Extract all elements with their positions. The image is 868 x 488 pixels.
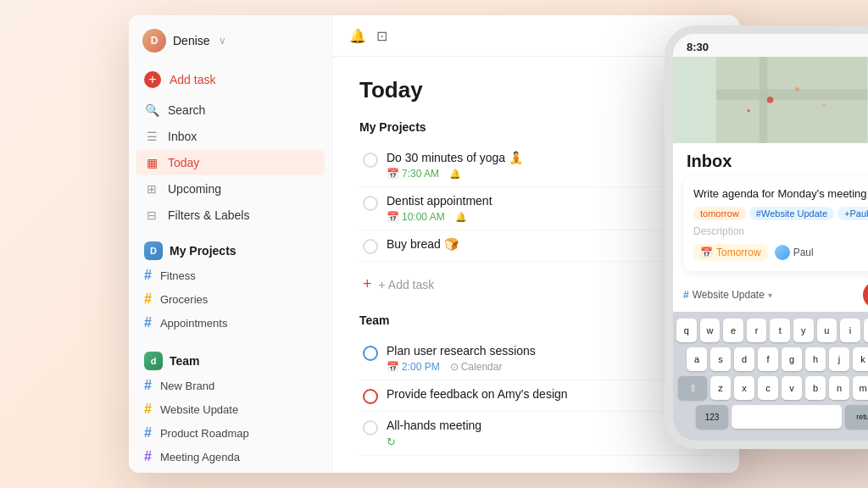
team-section: d Team # New Brand # Website Update # Pr… bbox=[129, 338, 331, 472]
task-checkbox-bread[interactable] bbox=[363, 239, 378, 254]
key-i[interactable]: i bbox=[840, 319, 860, 342]
key-f[interactable]: f bbox=[758, 347, 778, 371]
key-return[interactable]: return bbox=[845, 405, 868, 429]
key-n[interactable]: n bbox=[829, 376, 849, 400]
avatar: D bbox=[142, 29, 166, 53]
key-j[interactable]: j bbox=[829, 347, 849, 371]
task-item-research[interactable]: Plan user research sessions 📅 2:00 PM ⊙ … bbox=[359, 337, 712, 380]
key-r[interactable]: r bbox=[747, 319, 767, 342]
task-content-yoga: Do 30 minutes of yoga 🧘 📅 7:30 AM 🔔 bbox=[387, 151, 709, 180]
hash-icon-meeting-agenda: # bbox=[144, 449, 152, 464]
sidebar-item-label-filters: Filters & Labels bbox=[168, 208, 249, 222]
phone-inbox-title: Inbox bbox=[687, 152, 732, 171]
sidebar-project-product-roadmap[interactable]: # Product Roadmap bbox=[136, 421, 325, 445]
sidebar-project-appointments[interactable]: # Appointments bbox=[136, 311, 325, 335]
phone-status-bar: 8:30 ▾▾ 4G bbox=[673, 34, 868, 57]
my-projects-task-list: Do 30 minutes of yoga 🧘 📅 7:30 AM 🔔 bbox=[359, 144, 712, 262]
phone-tag-paul: +Paul bbox=[837, 207, 868, 220]
hash-icon-product-roadmap: # bbox=[144, 425, 152, 441]
project-label-groceries: Groceries bbox=[160, 293, 208, 306]
key-h[interactable]: h bbox=[805, 347, 826, 371]
key-c[interactable]: c bbox=[758, 376, 778, 400]
add-task-button[interactable]: + Add task bbox=[136, 66, 325, 93]
task-time-dentist: 📅 10:00 AM bbox=[387, 211, 445, 223]
key-numbers[interactable]: 123 bbox=[696, 405, 728, 429]
svg-point-3 bbox=[767, 97, 774, 103]
keyboard-row-1: q w e r t y u i o p bbox=[676, 319, 868, 342]
phone-keyboard: q w e r t y u i o p a s d f g h j k l bbox=[673, 312, 868, 441]
add-task-team-label: + Add task bbox=[379, 472, 435, 474]
sidebar-project-new-brand[interactable]: # New Brand bbox=[136, 374, 325, 397]
upcoming-icon: ⊞ bbox=[144, 181, 159, 197]
my-projects-section-label: My Projects bbox=[359, 120, 712, 134]
task-checkbox-allhands[interactable] bbox=[363, 420, 378, 435]
task-checkbox-feedback[interactable] bbox=[363, 389, 378, 404]
task-item-dentist[interactable]: Dentist appointment 📅 10:00 AM 🔔 bbox=[359, 187, 712, 230]
sidebar-project-fitness[interactable]: # Fitness bbox=[136, 263, 325, 287]
key-v[interactable]: v bbox=[782, 376, 802, 400]
sidebar-item-search[interactable]: 🔍 Search bbox=[136, 97, 325, 123]
key-x[interactable]: x bbox=[734, 376, 754, 400]
phone-time: 8:30 bbox=[687, 41, 709, 53]
bell-icon[interactable]: 🔔 bbox=[349, 28, 366, 44]
user-dropdown-icon[interactable]: ∨ bbox=[219, 35, 226, 47]
task-meta-yoga: 📅 7:30 AM 🔔 bbox=[387, 168, 709, 180]
add-icon-team: + bbox=[363, 469, 372, 473]
key-b[interactable]: b bbox=[805, 376, 826, 400]
sidebar-item-today[interactable]: ▦ Today bbox=[136, 150, 325, 175]
task-item-feedback[interactable]: Provide feedback on Amy's design bbox=[359, 380, 712, 412]
task-item-allhands[interactable]: All-hands meeting ↻ bbox=[359, 412, 712, 456]
team-header[interactable]: d Team bbox=[136, 348, 325, 374]
task-title-bread: Buy bread 🍞 bbox=[387, 237, 709, 251]
keyboard-row-4: 123 return bbox=[676, 405, 868, 429]
key-y[interactable]: y bbox=[793, 319, 814, 342]
add-task-label: Add task bbox=[170, 73, 215, 86]
phone-card-tags: tomorrow #Website Update +Paul bbox=[693, 207, 868, 220]
phone-project-row: # Website Update ▾ ▶ bbox=[673, 278, 868, 312]
task-checkbox-dentist[interactable] bbox=[363, 196, 378, 211]
key-e[interactable]: e bbox=[723, 319, 743, 342]
my-projects-header[interactable]: D My Projects bbox=[136, 238, 325, 263]
sidebar-project-groceries[interactable]: # Groceries bbox=[136, 287, 325, 311]
add-task-my-projects[interactable]: + + Add task bbox=[359, 269, 712, 300]
send-button[interactable]: ▶ bbox=[863, 281, 868, 308]
key-z[interactable]: z bbox=[710, 376, 731, 400]
hash-icon-website-update: # bbox=[144, 402, 152, 417]
key-a[interactable]: a bbox=[687, 347, 707, 371]
sidebar-item-filters[interactable]: ⊟ Filters & Labels bbox=[136, 202, 325, 228]
key-w[interactable]: w bbox=[700, 319, 721, 342]
sidebar-project-meeting-agenda[interactable]: # Meeting Agenda bbox=[136, 445, 325, 469]
key-shift[interactable]: ⇧ bbox=[678, 376, 707, 400]
task-time-research: 📅 2:00 PM bbox=[387, 361, 440, 373]
add-task-my-projects-label: + Add task bbox=[379, 278, 435, 291]
phone-card-footer: 📅 Tomorrow Paul bbox=[693, 244, 868, 261]
task-item-yoga[interactable]: Do 30 minutes of yoga 🧘 📅 7:30 AM 🔔 bbox=[359, 144, 712, 187]
user-name: Denise bbox=[173, 34, 210, 47]
task-item-bread[interactable]: Buy bread 🍞 bbox=[359, 230, 712, 262]
key-m[interactable]: m bbox=[853, 376, 868, 400]
my-projects-avatar: D bbox=[144, 241, 163, 260]
key-d[interactable]: d bbox=[734, 347, 754, 371]
bell-icon-yoga: 🔔 bbox=[449, 169, 461, 180]
calendar-icon-dentist: 📅 bbox=[387, 211, 399, 223]
add-task-team[interactable]: + + Add task bbox=[359, 463, 712, 473]
sidebar-project-website-update[interactable]: # Website Update bbox=[136, 397, 325, 421]
key-o[interactable]: o bbox=[864, 319, 868, 342]
layout-icon[interactable]: ⊡ bbox=[376, 28, 387, 44]
task-checkbox-research[interactable] bbox=[363, 346, 378, 361]
task-checkbox-yoga[interactable] bbox=[363, 152, 378, 168]
key-u[interactable]: u bbox=[817, 319, 837, 342]
key-q[interactable]: q bbox=[676, 319, 697, 342]
key-s[interactable]: s bbox=[710, 347, 731, 371]
sidebar-item-inbox[interactable]: ☰ Inbox bbox=[136, 124, 325, 149]
phone-person-badge[interactable]: Paul bbox=[775, 245, 814, 260]
key-space[interactable] bbox=[732, 405, 842, 429]
key-t[interactable]: t bbox=[770, 319, 790, 342]
key-g[interactable]: g bbox=[782, 347, 802, 371]
key-k[interactable]: k bbox=[853, 347, 868, 371]
sidebar-item-upcoming[interactable]: ⊞ Upcoming bbox=[136, 176, 325, 202]
phone-overlay: 8:30 ▾▾ 4G Inbox ⋮ Write agen bbox=[665, 25, 868, 449]
sidebar-item-label-today: Today bbox=[168, 156, 199, 169]
phone-person-label: Paul bbox=[793, 247, 814, 258]
phone-date-badge[interactable]: 📅 Tomorrow bbox=[693, 244, 768, 261]
